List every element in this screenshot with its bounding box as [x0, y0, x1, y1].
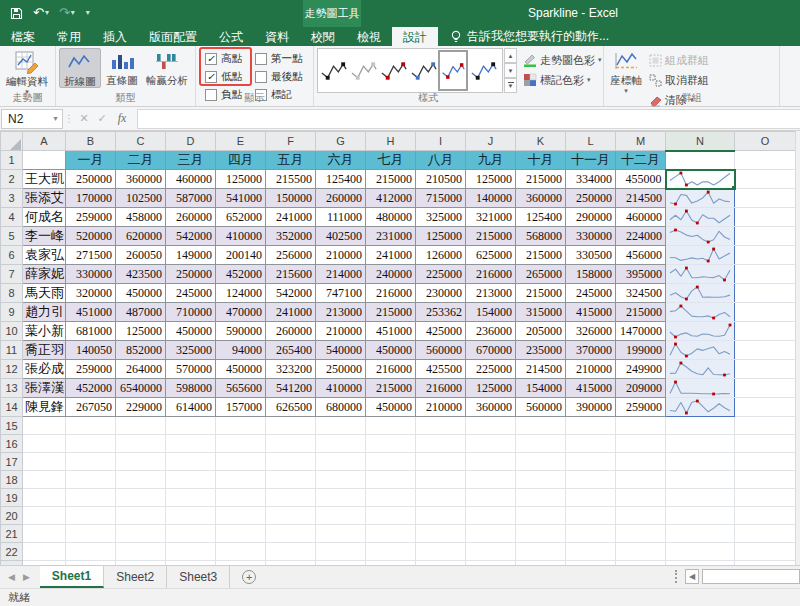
gallery-down-icon[interactable]: ▼ [504, 63, 517, 78]
cell-N14[interactable] [666, 398, 735, 417]
row-header-4[interactable]: 4 [1, 208, 23, 227]
cell-J18[interactable] [466, 471, 516, 489]
cell-I20[interactable] [416, 507, 466, 525]
cell-G9[interactable]: 213000 [316, 303, 366, 322]
cell-C2[interactable]: 360000 [116, 170, 166, 189]
cell-L3[interactable]: 250000 [566, 189, 616, 208]
cell-I5[interactable]: 125000 [416, 227, 466, 246]
cell-H9[interactable]: 215000 [366, 303, 416, 322]
cell-F22[interactable] [266, 543, 316, 561]
cell-L2[interactable]: 334000 [566, 170, 616, 189]
cell-K2[interactable]: 215000 [516, 170, 566, 189]
cell-I4[interactable]: 325000 [416, 208, 466, 227]
cell-B15[interactable] [66, 417, 116, 435]
cell-K11[interactable]: 235000 [516, 341, 566, 360]
cell-C12[interactable]: 264000 [116, 360, 166, 379]
ungroup-button[interactable]: 取消群組 [649, 71, 709, 89]
cell-H15[interactable] [366, 417, 416, 435]
cell-E19[interactable] [216, 489, 266, 507]
cell-M9[interactable]: 215000 [616, 303, 666, 322]
cell-E1[interactable]: 四月 [216, 151, 266, 170]
style-swatch-4[interactable] [408, 50, 438, 91]
cell-L14[interactable]: 390000 [566, 398, 616, 417]
cell-N7[interactable] [666, 265, 735, 284]
cell-O11[interactable] [735, 341, 796, 360]
cell-M13[interactable]: 209000 [616, 379, 666, 398]
name-box-dropdown-icon[interactable]: ▼ [52, 115, 59, 122]
sheet-tab-Sheet1[interactable]: Sheet1 [40, 566, 104, 588]
cell-J16[interactable] [466, 435, 516, 453]
cell-H4[interactable]: 480000 [366, 208, 416, 227]
cell-E12[interactable]: 450000 [216, 360, 266, 379]
cell-M20[interactable] [616, 507, 666, 525]
cell-A19[interactable] [23, 489, 66, 507]
cell-J2[interactable]: 125000 [466, 170, 516, 189]
cell-N12[interactable] [666, 360, 735, 379]
cell-A15[interactable] [23, 417, 66, 435]
cell-M14[interactable]: 259000 [616, 398, 666, 417]
cell-C16[interactable] [116, 435, 166, 453]
row-header-8[interactable]: 8 [1, 284, 23, 303]
cell-C20[interactable] [116, 507, 166, 525]
cell-F9[interactable]: 241000 [266, 303, 316, 322]
cell-A22[interactable] [23, 543, 66, 561]
tab-資料[interactable]: 資料 [254, 27, 300, 46]
cell-D1[interactable]: 三月 [166, 151, 216, 170]
cell-J14[interactable]: 360000 [466, 398, 516, 417]
cell-B13[interactable]: 452000 [66, 379, 116, 398]
cell-B4[interactable]: 259000 [66, 208, 116, 227]
col-header-D[interactable]: D [166, 132, 216, 151]
checkbox-last-point[interactable]: 最後點 [255, 68, 307, 86]
cell-M15[interactable] [616, 417, 666, 435]
cell-M11[interactable]: 199000 [616, 341, 666, 360]
cell-G22[interactable] [316, 543, 366, 561]
sheet-tab-Sheet2[interactable]: Sheet2 [104, 566, 167, 588]
cell-C14[interactable]: 229000 [116, 398, 166, 417]
cell-N20[interactable] [666, 507, 735, 525]
cell-H7[interactable]: 240000 [366, 265, 416, 284]
cell-C3[interactable]: 102500 [116, 189, 166, 208]
cell-F7[interactable]: 215600 [266, 265, 316, 284]
cell-K15[interactable] [516, 417, 566, 435]
cell-C13[interactable]: 6540000 [116, 379, 166, 398]
cell-H12[interactable]: 216000 [366, 360, 416, 379]
cell-H11[interactable]: 450000 [366, 341, 416, 360]
cell-K6[interactable]: 215000 [516, 246, 566, 265]
cell-K17[interactable] [516, 453, 566, 471]
cell-M17[interactable] [616, 453, 666, 471]
cell-D15[interactable] [166, 417, 216, 435]
cell-C21[interactable] [116, 525, 166, 543]
cell-A20[interactable] [23, 507, 66, 525]
cell-D6[interactable]: 149000 [166, 246, 216, 265]
scroll-left-icon[interactable]: ◀ [685, 569, 699, 584]
tab-檔案[interactable]: 檔案 [0, 27, 46, 46]
cell-G2[interactable]: 125400 [316, 170, 366, 189]
cell-O16[interactable] [735, 435, 796, 453]
cell-E7[interactable]: 452000 [216, 265, 266, 284]
cell-F19[interactable] [266, 489, 316, 507]
cell-L17[interactable] [566, 453, 616, 471]
cell-J13[interactable]: 125000 [466, 379, 516, 398]
cell-N16[interactable] [666, 435, 735, 453]
cell-H21[interactable] [366, 525, 416, 543]
cell-L16[interactable] [566, 435, 616, 453]
col-header-M[interactable]: M [616, 132, 666, 151]
col-header-G[interactable]: G [316, 132, 366, 151]
cell-E9[interactable]: 470000 [216, 303, 266, 322]
redo-dropdown-icon[interactable]: ▾ [71, 4, 75, 22]
cell-B19[interactable] [66, 489, 116, 507]
cell-C1[interactable]: 二月 [116, 151, 166, 170]
cell-D19[interactable] [166, 489, 216, 507]
cell-M18[interactable] [616, 471, 666, 489]
cell-B11[interactable]: 140050 [66, 341, 116, 360]
cell-A2[interactable]: 王大凱 [23, 170, 66, 189]
col-header-F[interactable]: F [266, 132, 316, 151]
sheet-tab-Sheet3[interactable]: Sheet3 [167, 566, 230, 588]
cell-D20[interactable] [166, 507, 216, 525]
cell-H6[interactable]: 241000 [366, 246, 416, 265]
row-header-17[interactable]: 17 [1, 453, 23, 471]
cell-G19[interactable] [316, 489, 366, 507]
cell-B1[interactable]: 一月 [66, 151, 116, 170]
col-header-I[interactable]: I [416, 132, 466, 151]
cell-A12[interactable]: 張必成 [23, 360, 66, 379]
